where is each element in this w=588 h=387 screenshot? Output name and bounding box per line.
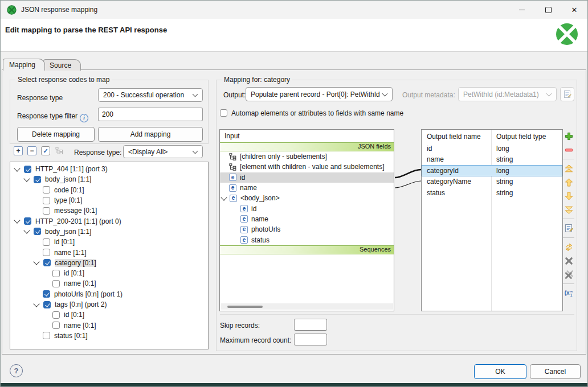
tree-item-status-0-1[interactable]: status [0:1] <box>10 331 208 341</box>
unchecked-checkbox[interactable] <box>52 311 60 319</box>
chevron-down-icon[interactable] <box>220 194 227 200</box>
tree-item-http-200-201-1-1-port-0[interactable]: HTTP_200-201 [1:1] (port 0) <box>10 216 208 226</box>
input-panel-title: Input <box>220 130 394 142</box>
minimize-button[interactable] <box>509 1 535 19</box>
cancel-button[interactable]: Cancel <box>530 364 581 379</box>
input-item-id[interactable]: eid <box>220 203 394 213</box>
tree-item-tags-0-n-port-2[interactable]: tags [0:n] (port 2) <box>10 299 208 310</box>
input-item-element-with-children-value-and-subelements[interactable]: [element with children - value and subel… <box>220 162 394 172</box>
info-icon[interactable]: i <box>80 114 88 122</box>
skip-records-input[interactable] <box>294 319 327 331</box>
output-field-row-categoryname[interactable]: categoryNamestring <box>422 176 562 188</box>
input-item-photourls[interactable]: ephotoUrls <box>220 224 394 234</box>
response-codes-group-legend: Select response codes to map <box>15 76 112 84</box>
output-field-row-id[interactable]: idlong <box>422 143 562 154</box>
move-up-icon[interactable] <box>564 177 574 187</box>
unchecked-checkbox[interactable] <box>52 270 60 277</box>
chevron-down-icon[interactable] <box>14 165 20 171</box>
horizontal-scrollbar[interactable] <box>220 303 393 310</box>
tree-item-id-0-1[interactable]: id [0:1] <box>10 268 208 278</box>
input-item-status[interactable]: estatus <box>220 234 394 245</box>
clear-all-mappings-icon[interactable] <box>564 269 574 279</box>
tree-item-body-json-1-1[interactable]: body_json [1:1] <box>10 174 208 184</box>
chevron-down-icon[interactable] <box>33 259 39 265</box>
remove-field-icon[interactable] <box>564 145 574 155</box>
tree-item-http-404-1-1-port-3[interactable]: HTTP_404 [1:1] (port 3) <box>10 164 208 174</box>
edit-metadata-icon[interactable] <box>564 223 574 233</box>
unchecked-checkbox[interactable] <box>52 280 60 287</box>
move-bottom-icon[interactable] <box>564 204 574 215</box>
unchecked-checkbox[interactable] <box>43 186 50 194</box>
move-top-icon[interactable] <box>564 163 574 174</box>
unchecked-checkbox[interactable] <box>43 249 50 256</box>
chevron-down-icon[interactable] <box>23 228 30 234</box>
chevron-down-icon[interactable] <box>14 217 20 223</box>
scrollbar-thumb[interactable] <box>227 306 263 308</box>
delete-mapping-button[interactable]: Delete mapping <box>17 127 95 142</box>
input-item-name[interactable]: ename <box>220 214 394 224</box>
tree-item-photourls-0-n-port-1[interactable]: photoUrls [0:n] (port 1) <box>10 289 208 299</box>
checked-checkbox[interactable] <box>24 217 31 225</box>
input-item-children-only-subelements[interactable]: [children only - subelements] <box>220 151 394 162</box>
checked-checkbox[interactable] <box>34 176 41 183</box>
input-item-name[interactable]: ename <box>220 183 394 193</box>
chevron-down-icon[interactable] <box>23 175 30 182</box>
checked-checkbox[interactable] <box>43 301 51 308</box>
output-table-header: Output field name Output field type <box>422 130 562 143</box>
output-field-type: long <box>491 145 509 153</box>
expand-all-icon[interactable]: + <box>14 146 23 155</box>
output-field-row-categoryid[interactable]: categoryIdlong <box>422 165 562 176</box>
maximize-button[interactable] <box>535 1 561 19</box>
response-type-filter-input[interactable] <box>98 108 203 121</box>
check-elements-icon[interactable]: ✓ <box>41 146 50 155</box>
input-item-label: <body_json> <box>240 194 280 202</box>
tree-item-name-1-1[interactable]: name [1:1] <box>10 247 208 257</box>
toolbar-separator <box>563 237 574 238</box>
close-button[interactable]: ✕ <box>561 1 587 19</box>
unchecked-checkbox[interactable] <box>43 332 50 339</box>
checked-checkbox[interactable] <box>34 228 41 235</box>
output-field-row-name[interactable]: namestring <box>422 154 562 166</box>
unchecked-checkbox[interactable] <box>52 322 60 329</box>
response-codes-group: Select response codes to map Response ty… <box>10 80 209 144</box>
tree-item-message-0-1[interactable]: message [0:1] <box>10 205 208 216</box>
display-filter-select[interactable]: <Display All> <box>123 145 203 158</box>
output-select[interactable]: Populate parent record - Port[0]: PetWit… <box>246 87 393 101</box>
checked-checkbox[interactable] <box>24 166 31 173</box>
tree-item-type-0-1[interactable]: type [0:1] <box>10 195 208 205</box>
tree-item-id-0-1[interactable]: id [0:1] <box>10 237 208 247</box>
tree-item-name-0-1[interactable]: name [0:1] <box>10 278 208 289</box>
unchecked-checkbox[interactable] <box>43 207 50 215</box>
tree-structure-icon[interactable] <box>55 146 64 155</box>
tab-mapping[interactable]: Mapping <box>3 59 45 71</box>
checked-checkbox[interactable] <box>43 259 51 266</box>
tree-item-code-0-1[interactable]: code [0:1] <box>10 185 208 195</box>
move-down-icon[interactable] <box>564 191 574 201</box>
checked-checkbox[interactable] <box>43 290 50 298</box>
input-item-body-json[interactable]: e<body_json> <box>220 193 394 203</box>
help-button[interactable]: ? <box>10 364 23 377</box>
cloverdx-logo-icon <box>556 23 578 46</box>
tree-item-id-0-1[interactable]: id [0:1] <box>10 310 208 320</box>
occurrences-icon[interactable]: (x∞1 <box>564 288 574 298</box>
tree-item-body-json-1-1[interactable]: body_json [1:1] <box>10 227 208 237</box>
add-mapping-button[interactable]: Add mapping <box>98 127 203 142</box>
automap-checkbox[interactable] <box>220 109 227 117</box>
response-type-select[interactable]: 200 - Successful operation <box>98 88 203 102</box>
tab-source[interactable]: Source <box>43 59 81 71</box>
col-output-field-name: Output field name <box>422 133 491 141</box>
input-item-id[interactable]: eid <box>220 172 394 183</box>
tree-item-name-0-1[interactable]: name [0:1] <box>10 320 208 330</box>
unchecked-checkbox[interactable] <box>43 238 50 246</box>
output-field-row-status[interactable]: statusstring <box>422 187 562 199</box>
clear-mapping-icon[interactable] <box>564 256 574 266</box>
auto-map-icon[interactable] <box>564 242 574 252</box>
collapse-all-icon[interactable]: − <box>27 146 36 155</box>
tree-item-category-0-1[interactable]: category [0:1] <box>10 258 208 268</box>
chevron-down-icon[interactable] <box>33 300 39 307</box>
add-field-icon[interactable] <box>564 131 574 141</box>
output-field-type: string <box>491 178 513 186</box>
max-record-count-input[interactable] <box>294 334 327 345</box>
unchecked-checkbox[interactable] <box>43 197 50 204</box>
ok-button[interactable]: OK <box>474 364 526 379</box>
